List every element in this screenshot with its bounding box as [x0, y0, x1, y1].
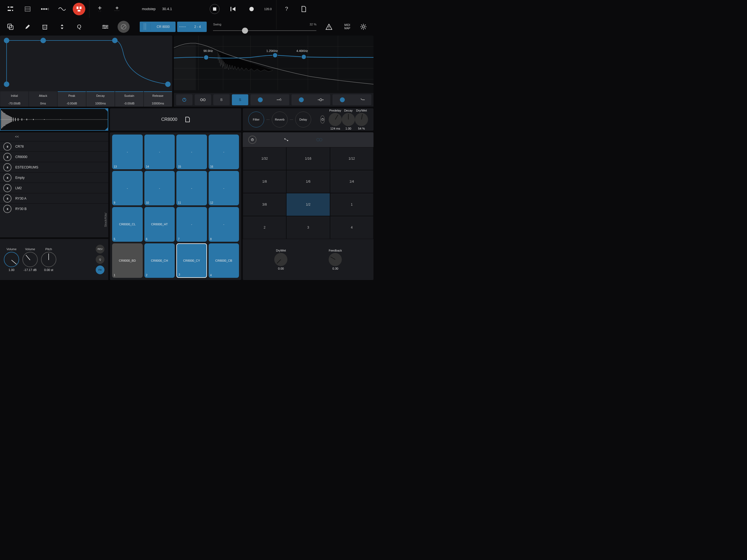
help-button[interactable]: ?: [282, 4, 291, 14]
envelope-param-decay[interactable]: Decay1000ms: [86, 91, 114, 107]
envelope-param-release[interactable]: Release10000ms: [144, 91, 172, 107]
delay-division-1-6[interactable]: 1/6: [286, 170, 330, 193]
delay-division-2[interactable]: 2: [243, 216, 286, 239]
drywet-knob[interactable]: [355, 113, 368, 126]
delay-division-1-4[interactable]: 1/4: [330, 170, 374, 193]
eq-panel[interactable]: 98.9Hz 1.25KHz 4.46KHz B S: [174, 35, 374, 107]
rewind-button[interactable]: [228, 4, 238, 14]
fx-delay-node[interactable]: Delay: [295, 111, 311, 127]
eq-s-button[interactable]: S: [232, 94, 248, 105]
delay-feedback-knob[interactable]: [329, 253, 342, 266]
pad-3[interactable]: CR8000_CY3: [176, 244, 207, 278]
browser-item[interactable]: |||||CR78: [0, 141, 108, 152]
pad-16[interactable]: -16: [209, 134, 239, 169]
pad-8[interactable]: -8: [209, 207, 239, 242]
pad-5[interactable]: CR8000_CL5: [112, 207, 143, 242]
page-icon[interactable]: [299, 4, 309, 14]
swing-slider[interactable]: Swing32 %: [213, 23, 316, 31]
eq-band-1-toggle[interactable]: [251, 94, 289, 105]
browser-back-button[interactable]: <<: [0, 132, 108, 141]
delay-mode-icon[interactable]: [284, 138, 289, 142]
svg-rect-11: [77, 6, 78, 9]
eq-band-3-toggle[interactable]: [333, 94, 371, 105]
pad-2[interactable]: CR8000_CH2: [145, 244, 175, 278]
predelay-knob[interactable]: [329, 113, 342, 126]
pad-12[interactable]: -12: [209, 171, 239, 206]
stop-button[interactable]: [210, 4, 220, 14]
delay-division-1[interactable]: 1: [330, 193, 374, 216]
mute-icon[interactable]: [118, 21, 130, 33]
view-pads-icon[interactable]: [73, 3, 85, 15]
delay-link-icon[interactable]: [316, 138, 323, 142]
eq-power-button[interactable]: [176, 94, 192, 105]
envelope-panel[interactable]: Initial-70.00dBAttack0msPeak-0.00dBDecay…: [0, 35, 172, 107]
delay-division-3[interactable]: 3: [286, 216, 330, 239]
add-column-icon[interactable]: [95, 4, 104, 14]
gain-knob[interactable]: [4, 252, 19, 267]
browser-item[interactable]: |||||RY30 B: [0, 203, 108, 214]
pad-9[interactable]: -9: [112, 171, 143, 206]
edit-icon[interactable]: [23, 22, 32, 31]
pad-6[interactable]: CR8000_HT6: [145, 207, 175, 242]
pad-11[interactable]: -11: [176, 171, 207, 206]
copy-icon[interactable]: [5, 22, 15, 31]
delay-division-1-8[interactable]: 1/8: [243, 170, 286, 193]
pad-1[interactable]: CR8000_BD1: [112, 244, 143, 278]
eq-link-button[interactable]: [195, 94, 211, 105]
envelope-param-sustain[interactable]: Sustain-0.00dB: [115, 91, 143, 107]
mixer-icon[interactable]: [100, 22, 110, 31]
range-chip[interactable]: 2 - 4: [177, 22, 207, 32]
svg-point-67: [204, 55, 209, 60]
waveform-display[interactable]: [0, 108, 108, 131]
delete-icon[interactable]: [40, 22, 50, 31]
pad-10[interactable]: -10: [145, 171, 175, 206]
eq-b-button[interactable]: B: [213, 94, 230, 105]
midi-map-button[interactable]: MIDI MAP: [344, 24, 350, 30]
add-row-icon[interactable]: [112, 4, 122, 14]
view-steps-icon[interactable]: [40, 4, 50, 14]
browser-item[interactable]: |||||ESTECDRUMS: [0, 162, 108, 172]
warning-icon[interactable]: [326, 24, 332, 30]
delay-drywet-knob[interactable]: [274, 253, 287, 266]
browser-item[interactable]: |||||LM2: [0, 183, 108, 193]
delay-division-1-12[interactable]: 1/12: [330, 147, 374, 170]
eq-band-2-toggle[interactable]: [291, 94, 330, 105]
rev-button[interactable]: REV: [96, 245, 104, 253]
fx-button[interactable]: FX: [96, 265, 104, 274]
instrument-chip[interactable]: CR 8000: [140, 22, 176, 32]
delay-division-1-2[interactable]: 1/2: [286, 193, 330, 216]
sort-icon[interactable]: [57, 22, 67, 31]
delay-power-button[interactable]: [248, 136, 256, 144]
envelope-param-initial[interactable]: Initial-70.00dB: [0, 91, 28, 107]
pad-15[interactable]: -15: [176, 134, 207, 169]
envelope-param-attack[interactable]: Attack0ms: [29, 91, 57, 107]
pad-4[interactable]: CR8000_CB4: [209, 244, 239, 278]
sample-file-icon[interactable]: [185, 117, 190, 122]
delay-division-4[interactable]: 4: [330, 216, 374, 239]
q-button[interactable]: Q: [96, 255, 104, 264]
record-button[interactable]: [247, 4, 256, 14]
view-arrange-icon[interactable]: [5, 4, 15, 14]
browser-item[interactable]: |||||CR8000: [0, 152, 108, 162]
pitch-knob[interactable]: [41, 252, 56, 267]
delay-division-3-8[interactable]: 3/8: [243, 193, 286, 216]
pad-13[interactable]: -13: [112, 134, 143, 169]
view-piano-icon[interactable]: [23, 4, 32, 14]
volume-knob[interactable]: [22, 252, 38, 267]
browser-path: Stock/Kits/: [104, 213, 107, 227]
decay-knob[interactable]: [342, 113, 355, 126]
quantize-button[interactable]: Q: [74, 22, 84, 31]
tempo-value[interactable]: 120.0: [264, 7, 272, 11]
fx-filter-node[interactable]: Filter: [248, 111, 264, 127]
fx-reverb-node[interactable]: Reverb: [272, 111, 288, 127]
reverb-power-button[interactable]: [320, 116, 325, 124]
settings-icon[interactable]: [358, 22, 368, 31]
delay-division-1-32[interactable]: 1/32: [243, 147, 286, 170]
pad-7[interactable]: -7: [176, 207, 207, 242]
envelope-param-peak[interactable]: Peak-0.00dB: [58, 91, 86, 107]
view-wave-icon[interactable]: [57, 4, 67, 14]
pad-14[interactable]: -14: [145, 134, 175, 169]
delay-division-1-16[interactable]: 1/16: [286, 147, 330, 170]
browser-item[interactable]: |||||RY30 A: [0, 193, 108, 203]
browser-item[interactable]: |||||Empty: [0, 172, 108, 183]
